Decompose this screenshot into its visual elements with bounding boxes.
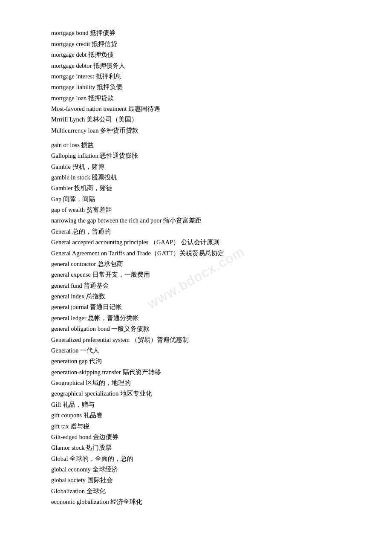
entry-e36: gift coupons 礼品卷 (51, 410, 341, 421)
entry-e8: Most-favored nation treatment 最惠国待遇 (51, 104, 341, 114)
entry-e26: general journal 普通日记帐 (51, 302, 341, 312)
entry-e3: mortgage debt 抵押负债 (51, 49, 341, 60)
entry-e35: Gift 礼品，赠与 (51, 399, 341, 410)
entry-e43: Globalization 全球化 (51, 486, 341, 497)
entry-e6: mortgage liability 抵押负债 (51, 82, 341, 92)
entry-e23: general expense 日常开支，一般费用 (51, 269, 341, 280)
entry-e40: Global 全球的，全面的，总的 (51, 454, 341, 464)
spacer-spacer1 (51, 136, 341, 140)
entry-e41: global economy 全球经济 (51, 464, 341, 475)
entry-e38: Gilt-edged bond 金边债券 (51, 432, 341, 442)
entry-e14: gamble in stock 股票投机 (51, 172, 341, 183)
entry-e17: gap of wealth 贫富差距 (51, 205, 341, 215)
entry-e16: Gap 间隙，间隔 (51, 194, 341, 205)
entry-e13: Gamble 投机，赌博 (51, 162, 341, 172)
entry-e30: Generation 一代人 (51, 345, 341, 356)
entry-e28: general obligation bond 一般义务债款 (51, 324, 341, 334)
entry-e44: economic globalization 经济全球化 (51, 497, 341, 507)
entry-e37: gift tax 赠与税 (51, 421, 341, 432)
entry-e19: General 总的，普通的 (51, 226, 341, 237)
entry-e9: Mrrrill Lynch 美林公司（美国） (51, 114, 341, 125)
entry-e1: mortgage bond 抵押债券 (51, 28, 341, 38)
entry-e4: mortgage debtor 抵押债务人 (51, 61, 341, 71)
entry-e5: mortgage interest 抵押利息 (51, 71, 341, 82)
entry-e24: general fund 普通基金 (51, 280, 341, 291)
entry-e11: gain or loss 损益 (51, 140, 341, 150)
entry-e22: general contractor 总承包商 (51, 259, 341, 269)
entry-e12: Galloping inflation 恶性通货膨胀 (51, 150, 341, 161)
entry-e34: geographical specialization 地区专业化 (51, 388, 341, 399)
entry-e29: Generalized preferential system （贸易）普遍优惠… (51, 335, 341, 345)
entry-e39: Glamor stock 热门股票 (51, 442, 341, 453)
entry-e15: Gambler 投机商，赌徒 (51, 183, 341, 194)
entry-e10: Multicurrency loan 多种货币贷款 (51, 125, 341, 136)
entry-e2: mortgage credit 抵押信贷 (51, 39, 341, 49)
entry-e42: global society 国际社会 (51, 475, 341, 486)
entry-e20: General accepted accounting principles （… (51, 237, 341, 248)
entry-e7: mortgage loan 抵押贷款 (51, 93, 341, 104)
entry-e31: generation gap 代沟 (51, 356, 341, 367)
entry-e25: general index 总指数 (51, 291, 341, 302)
entry-e27: general ledger 总帐，普通分类帐 (51, 313, 341, 324)
entry-e18: narrowing the gap between the rich and p… (51, 215, 341, 226)
entry-e32: generation-skipping transfer 隔代资产转移 (51, 367, 341, 378)
main-content: mortgage bond 抵押债券mortgage credit 抵押信贷mo… (51, 17, 341, 508)
entry-e33: Geographical 区域的，地理的 (51, 378, 341, 388)
entry-e21: General Agreement on Tariffs and Trade（G… (51, 248, 341, 259)
